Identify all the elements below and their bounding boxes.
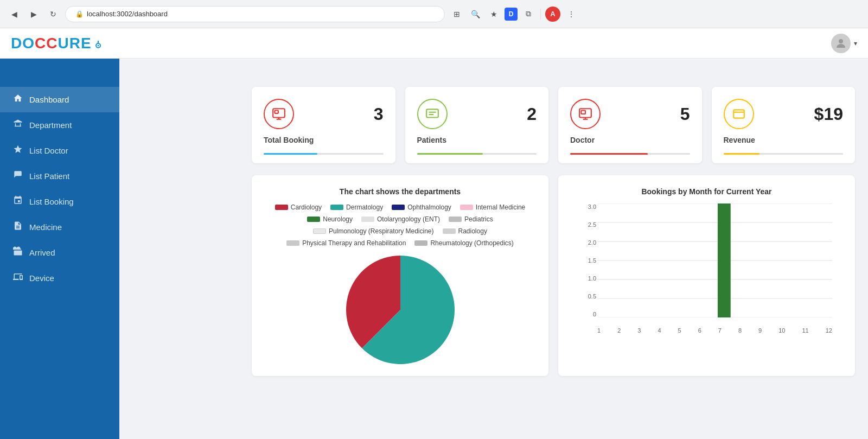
legend-label-ent: Otolaryngology (ENT)	[377, 215, 440, 223]
legend-pediatrics: Pediatrics	[449, 215, 493, 223]
logo-text: DOCCURE	[11, 35, 92, 52]
extensions-button[interactable]: ⧉	[521, 7, 536, 22]
reload-button[interactable]: ↻	[46, 7, 61, 22]
sidebar: Dashboard Department List Doctor List Pa…	[0, 28, 119, 439]
stat-card-total-booking: 3 Total Booking	[252, 87, 395, 163]
booking-label: Total Booking	[264, 136, 384, 144]
legend-swatch-pt	[286, 240, 299, 246]
logo-icon	[93, 39, 104, 50]
pie-chart-visual	[264, 256, 537, 364]
patients-bar-fill	[417, 153, 483, 155]
search-button[interactable]: 🔍	[468, 7, 483, 22]
svg-rect-16	[733, 110, 744, 118]
address-bar[interactable]: 🔒 localhost:3002/dashboard	[65, 6, 445, 22]
legend-pulmonology: Pulmonology (Respiratory Medicine)	[313, 227, 433, 235]
legend-dermatology: Dermatology	[330, 203, 383, 211]
revenue-stat-icon	[724, 99, 754, 129]
sidebar-item-dashboard[interactable]: Dashboard	[0, 87, 119, 112]
patients-value: 2	[527, 104, 537, 124]
avatar-icon	[831, 34, 851, 53]
profile-avatar[interactable]: A	[545, 7, 560, 22]
booking-icon	[13, 195, 23, 208]
forward-button[interactable]: ▶	[26, 7, 41, 22]
user-icon	[834, 37, 847, 50]
extension-d-button[interactable]: D	[505, 8, 518, 21]
y-label-3: 3.0	[588, 203, 596, 210]
divider	[540, 9, 541, 20]
legend-label-cardiology: Cardiology	[291, 203, 322, 211]
sidebar-item-department[interactable]: Department	[0, 112, 119, 138]
sidebar-label-medicine: Medicine	[29, 222, 62, 232]
revenue-bar-fill	[724, 153, 760, 155]
menu-button[interactable]: ⋮	[564, 7, 579, 22]
arrived-icon	[13, 246, 23, 259]
x-label-9: 9	[758, 327, 762, 334]
browser-chrome: ◀ ▶ ↻ 🔒 localhost:3002/dashboard ⊞ 🔍 ★ D…	[0, 0, 868, 28]
doctor-label: Doctor	[570, 136, 690, 144]
y-label-05: 0.5	[588, 293, 596, 300]
sidebar-label-department: Department	[29, 120, 72, 130]
legend-swatch-neurology	[307, 217, 320, 222]
sidebar-item-device[interactable]: Device	[0, 265, 119, 291]
x-label-4: 4	[658, 327, 661, 334]
legend-cardiology: Cardiology	[275, 203, 322, 211]
x-label-1: 1	[597, 327, 601, 334]
legend-swatch-cardiology	[275, 205, 288, 210]
legend-swatch-internal	[460, 205, 473, 210]
legend-ophthalmology: Ophthalmology	[392, 203, 451, 211]
stat-card-top: 2	[417, 99, 537, 129]
svg-rect-9	[426, 109, 438, 117]
x-label-6: 6	[698, 327, 701, 334]
app-header: DOCCURE ▾	[0, 28, 868, 59]
legend-label-pt: Physical Therapy and Rehabilitation	[302, 239, 406, 247]
booking-value: 3	[374, 104, 384, 124]
patients-bar-bg	[417, 153, 537, 155]
svg-point-3	[839, 39, 843, 43]
translate-button[interactable]: ⊞	[449, 7, 464, 22]
back-button[interactable]: ◀	[7, 7, 22, 22]
medicine-icon	[13, 221, 23, 233]
y-label-15: 1.5	[588, 257, 596, 264]
legend-swatch-rheumatology	[414, 240, 427, 246]
legend-label-internal: Internal Medicine	[476, 203, 525, 211]
charts-section: The chart shows the departments Cardiolo…	[252, 175, 855, 376]
y-label-1: 1.0	[588, 275, 596, 282]
booking-bar-fill	[264, 153, 317, 155]
revenue-value: $19	[814, 104, 843, 124]
stat-card-revenue: $19 Revenue	[712, 87, 856, 163]
pie-chart-title: The chart shows the departments	[264, 187, 537, 196]
x-label-11: 11	[802, 327, 808, 334]
pie-svg	[346, 256, 455, 364]
y-label-2: 2.0	[588, 239, 596, 246]
sidebar-label-device: Device	[29, 273, 54, 283]
sidebar-item-list-doctor[interactable]: List Doctor	[0, 138, 119, 163]
bookmark-button[interactable]: ★	[486, 7, 501, 22]
booking-bar-bg	[264, 153, 384, 155]
legend-label-dermatology: Dermatology	[346, 203, 383, 211]
sidebar-item-arrived[interactable]: Arrived	[0, 240, 119, 265]
sidebar-item-list-patient[interactable]: List Patient	[0, 163, 119, 189]
legend-swatch-radiology	[443, 228, 456, 234]
y-label-25: 2.5	[588, 221, 596, 228]
stat-card-top: 3	[264, 99, 384, 129]
logo: DOCCURE	[11, 35, 104, 52]
legend-swatch-dermatology	[330, 205, 343, 210]
legend-label-neurology: Neurology	[323, 215, 353, 223]
doctor-value: 5	[680, 104, 690, 124]
sidebar-label-arrived: Arrived	[29, 248, 55, 257]
bar-chart-grid	[597, 203, 832, 317]
legend-label-pulmonology: Pulmonology (Respiratory Medicine)	[329, 227, 433, 235]
legend-swatch-ophthalmology	[392, 205, 405, 210]
sidebar-item-list-booking[interactable]: List Booking	[0, 189, 119, 214]
doctor-bar-bg	[570, 153, 690, 155]
bar-chart-container: 3.0 2.5 2.0 1.5 1.0 0.5 0 1 2 3 4 5	[570, 203, 843, 334]
home-icon	[13, 93, 23, 106]
app-layout: Dashboard Department List Doctor List Pa…	[0, 28, 868, 439]
legend-internal-medicine: Internal Medicine	[460, 203, 525, 211]
svg-rect-8	[275, 111, 278, 113]
sidebar-item-medicine[interactable]: Medicine	[0, 214, 119, 240]
x-label-2: 2	[617, 327, 621, 334]
legend-swatch-pediatrics	[449, 217, 462, 222]
pie-chart-legend: Cardiology Dermatology Ophthalmology Int…	[264, 203, 537, 247]
header-avatar[interactable]: ▾	[831, 34, 857, 53]
